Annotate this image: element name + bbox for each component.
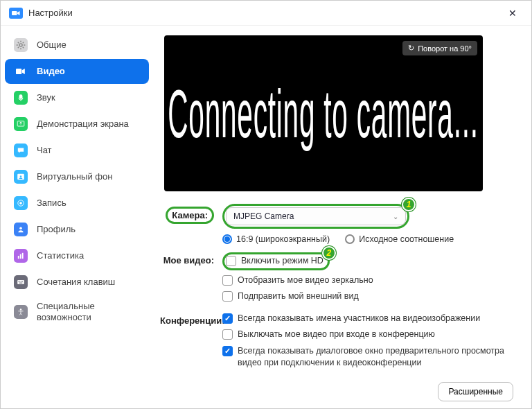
mute-video-checkbox[interactable]: Выключать мое видео при входе в конферен…: [222, 329, 513, 341]
window-title: Настройки: [28, 8, 73, 18]
app-icon: [9, 8, 23, 19]
radio-icon: [222, 234, 232, 244]
hd-highlight: Включить режим HD 2: [222, 252, 330, 270]
rotate-label: Поворот на 90°: [418, 44, 472, 53]
sidebar-item-access[interactable]: Специальные возможности: [5, 296, 149, 327]
svg-rect-2: [16, 69, 21, 74]
titlebar: Настройки ✕: [1, 1, 531, 26]
svg-rect-14: [19, 281, 20, 281]
svg-point-8: [19, 227, 22, 229]
vbg-icon: [13, 169, 28, 184]
sidebar-item-vbg[interactable]: Виртуальный фон: [5, 164, 149, 189]
video-preview: ↻ Поворот на 90° Connecting to camera...: [164, 35, 483, 191]
annotation-badge-2: 2: [322, 246, 336, 260]
profile-icon: [13, 222, 28, 237]
chevron-down-icon: ⌄: [393, 213, 398, 220]
annotation-badge-1: 1: [402, 198, 416, 211]
main-panel: ↻ Поворот на 90° Connecting to camera...…: [153, 26, 531, 408]
svg-rect-11: [22, 253, 24, 259]
sidebar-item-rec[interactable]: Запись: [5, 191, 149, 216]
audio-icon: [13, 90, 28, 105]
preview-dialog-checkbox[interactable]: Всегда показывать диалоговое окно предва…: [222, 345, 513, 369]
sidebar: ОбщиеВидеоЗвукДемонстрация экранаЧатВирт…: [1, 26, 153, 408]
svg-rect-17: [19, 283, 23, 284]
checkbox-icon: [222, 313, 233, 324]
ratio-orig-radio[interactable]: Исходное соотношение: [345, 234, 454, 244]
svg-rect-0: [12, 11, 17, 15]
svg-point-18: [20, 308, 21, 310]
camera-selected: MJPEG Camera: [233, 211, 294, 221]
checkbox-icon: [222, 291, 233, 302]
svg-rect-12: [17, 280, 24, 284]
rotate-button[interactable]: ↻ Поворот на 90°: [402, 41, 477, 55]
svg-rect-16: [22, 281, 23, 281]
camera-dropdown[interactable]: MJPEG Camera ⌄: [226, 207, 406, 225]
camera-dropdown-highlight: MJPEG Camera ⌄ 1: [222, 204, 409, 229]
sidebar-item-share[interactable]: Демонстрация экрана: [5, 112, 149, 137]
camera-label-highlight: Камера:: [166, 207, 214, 224]
stats-icon: [13, 248, 28, 263]
settings-window: Настройки ✕ ОбщиеВидеоЗвукДемонстрация э…: [0, 0, 532, 409]
sidebar-item-general[interactable]: Общие: [5, 33, 149, 58]
mirror-checkbox[interactable]: Отобразить мое видео зеркально: [222, 275, 513, 287]
ratio-wide-radio[interactable]: 16:9 (широкоэкранный): [222, 234, 330, 244]
advanced-button[interactable]: Расширенные: [438, 382, 513, 401]
sidebar-item-profile[interactable]: Профиль: [5, 217, 149, 242]
radio-icon: [345, 234, 355, 244]
access-icon: [13, 304, 28, 320]
svg-rect-10: [20, 254, 21, 259]
camera-label: Камера:: [172, 210, 208, 220]
myvideo-label: Мое видео:: [160, 252, 222, 307]
hd-checkbox[interactable]: Включить режим HD: [226, 255, 323, 268]
svg-rect-15: [21, 281, 21, 281]
checkbox-icon: [226, 256, 236, 266]
svg-rect-13: [18, 281, 19, 281]
svg-point-1: [19, 44, 22, 46]
checkbox-icon: [222, 329, 233, 340]
sidebar-item-video[interactable]: Видео: [5, 59, 149, 84]
conference-label: Конференции:: [160, 313, 222, 374]
show-names-checkbox[interactable]: Всегда показывать имена участников на ви…: [222, 313, 513, 325]
share-icon: [13, 116, 28, 132]
rec-icon: [13, 195, 28, 211]
gear-icon: [13, 37, 28, 53]
preview-status-text: Connecting to camera...: [168, 74, 479, 153]
chat-icon: [13, 143, 28, 158]
close-button[interactable]: ✕: [502, 3, 523, 24]
touchup-checkbox[interactable]: Подправить мой внешний вид: [222, 290, 513, 303]
keys-icon: [13, 275, 28, 290]
checkbox-icon: [222, 346, 233, 356]
sidebar-item-keys[interactable]: Сочетания клавиш: [5, 270, 149, 295]
rotate-icon: ↻: [408, 44, 414, 53]
sidebar-item-chat[interactable]: Чат: [5, 138, 149, 163]
sidebar-item-stats[interactable]: Статистика: [5, 243, 149, 268]
video-icon: [13, 64, 28, 79]
svg-point-5: [20, 175, 21, 177]
svg-rect-9: [18, 256, 19, 259]
checkbox-icon: [222, 275, 233, 286]
sidebar-item-audio[interactable]: Звук: [5, 85, 149, 110]
svg-point-7: [19, 202, 22, 204]
